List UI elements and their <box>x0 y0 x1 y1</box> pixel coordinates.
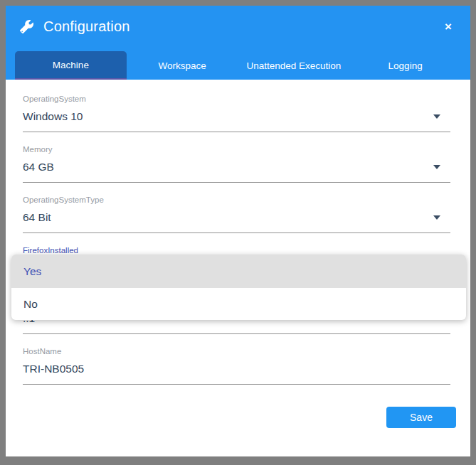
field-host-name: HostName TRI-NB0505 <box>23 346 450 385</box>
dialog-title: Configuration <box>43 18 130 35</box>
operating-system-type-dropdown[interactable]: 64 Bit <box>23 205 450 233</box>
tab-workspace[interactable]: Workspace <box>127 51 238 80</box>
dialog-header: Configuration × <box>6 6 470 47</box>
tab-bar: Machine Workspace Unattended Execution L… <box>6 47 470 80</box>
chevron-down-icon <box>433 215 440 220</box>
field-label: Memory <box>23 144 450 155</box>
field-value: TRI-NB0505 <box>23 361 84 377</box>
chevron-down-icon <box>433 165 440 169</box>
operating-system-dropdown[interactable]: Windows 10 <box>23 105 450 132</box>
field-value: 64 GB <box>23 159 54 175</box>
firefox-installed-dropdown-panel: Yes No <box>11 255 466 320</box>
field-label: OperatingSystem <box>23 93 450 105</box>
tab-machine[interactable]: Machine <box>15 51 127 80</box>
field-operating-system: OperatingSystem Windows 10 <box>23 93 450 132</box>
field-memory: Memory 64 GB <box>23 144 450 183</box>
dropdown-option-no[interactable]: No <box>11 288 466 320</box>
host-name-input[interactable]: TRI-NB0505 <box>23 357 450 385</box>
save-button[interactable]: Save <box>386 407 456 428</box>
close-icon[interactable]: × <box>440 18 456 36</box>
dropdown-option-yes[interactable]: Yes <box>11 255 466 288</box>
field-value: 64 Bit <box>23 210 51 225</box>
field-operating-system-type: OperatingSystemType 64 Bit <box>23 194 450 233</box>
wrench-icon <box>20 20 33 33</box>
tab-logging[interactable]: Logging <box>349 51 461 80</box>
chevron-down-icon <box>433 114 440 119</box>
memory-dropdown[interactable]: 64 GB <box>23 155 450 183</box>
field-label: OperatingSystemType <box>23 194 450 205</box>
tab-unattended-execution[interactable]: Unattended Execution <box>238 51 350 80</box>
configuration-dialog: Configuration × Machine Workspace Unatte… <box>6 6 470 456</box>
field-label: HostName <box>23 346 450 357</box>
field-value: Windows 10 <box>23 109 83 124</box>
